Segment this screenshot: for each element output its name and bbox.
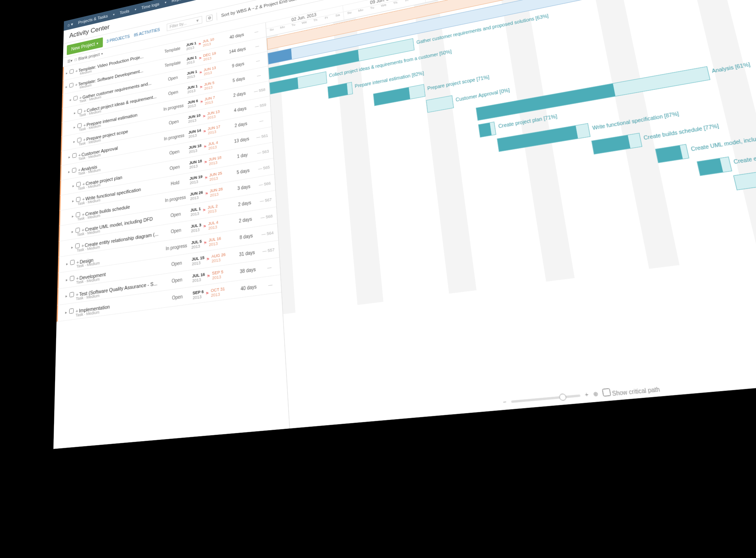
home-icon[interactable]: ⌂ ▾ (68, 22, 73, 28)
task-duration: 4 days (230, 105, 251, 114)
task-dates: JUL 152013⚑AUG 262013 (191, 251, 236, 266)
gantt-timeline[interactable]: 02 Jun. 2013SuMoTuWeThFrSa09 Jun. 2013Su… (266, 0, 756, 429)
flag-icon: ⚑ (205, 291, 209, 296)
task-dates: JUL 32013⚑JUL 42013 (191, 217, 234, 233)
expand-icon[interactable]: ▸ (73, 139, 77, 144)
task-checkbox[interactable] (70, 276, 75, 281)
flag-icon: ⚑ (203, 144, 207, 149)
add-icon[interactable]: + (75, 68, 79, 74)
task-checkbox[interactable] (70, 69, 74, 74)
task-dates: JUL 52013⚑JUL 162013 (191, 234, 235, 249)
task-checkbox[interactable] (70, 260, 75, 265)
task-status: Hold (161, 178, 190, 188)
task-duration: 2 days (229, 90, 250, 99)
task-status: Open (162, 259, 192, 269)
task-duration: 40 days (237, 284, 260, 292)
task-code: — (247, 28, 266, 36)
projects-count[interactable]: 3 PROJECTS (107, 34, 130, 43)
task-code: — (260, 281, 281, 289)
task-code: — 567 (255, 196, 276, 204)
task-status: Open (162, 276, 192, 285)
task-status: Template (158, 45, 186, 55)
gantt-bar[interactable]: Create entity relationship diagram (ERD)… (697, 156, 732, 176)
gantt-footer: − + ⊕ Show critical path (503, 384, 660, 407)
expand-icon[interactable]: ▸ (65, 293, 70, 298)
task-status: Open (162, 293, 193, 302)
gantt-label: Create builds schedule [77%] (643, 123, 719, 141)
expand-icon[interactable]: ▸ (72, 183, 76, 188)
task-status: Open (161, 210, 190, 220)
task-code: — (248, 57, 268, 65)
task-dates: SEP 62013⚑OCT 312013 (193, 284, 237, 300)
task-checkbox[interactable] (70, 292, 74, 297)
expand-icon[interactable]: ▸ (68, 169, 72, 174)
task-duration: 144 days (227, 46, 248, 55)
task-duration: 40 days (226, 32, 247, 41)
flag-icon: ⚑ (206, 257, 210, 262)
flag-icon: ⚑ (203, 129, 206, 134)
expand-icon[interactable]: ▸ (70, 97, 74, 102)
expand-icon[interactable]: ▸ (66, 70, 70, 75)
gantt-bar[interactable]: Prepare project scope [71%] (373, 84, 426, 106)
task-status: Open (160, 147, 189, 157)
flag-icon: ⚑ (204, 160, 207, 165)
task-checkbox[interactable] (72, 153, 76, 158)
zoom-slider[interactable] (511, 394, 580, 403)
task-code: — (252, 117, 271, 125)
expand-icon[interactable]: ▸ (66, 261, 70, 266)
flag-icon: ⚑ (200, 100, 203, 104)
task-status: In progress (161, 194, 190, 204)
task-duration: 38 days (236, 266, 259, 275)
fit-icon[interactable]: ⊕ (593, 391, 598, 397)
task-duration: 13 days (231, 136, 253, 144)
expand-icon[interactable]: ▸ (72, 213, 76, 218)
expand-icon[interactable]: ▸ (66, 84, 70, 89)
task-duration: 2 days (230, 120, 252, 129)
task-code: — (259, 264, 280, 272)
task-status: Open (159, 73, 187, 84)
task-checkbox[interactable] (72, 167, 76, 173)
expand-icon[interactable]: ▸ (65, 310, 69, 315)
flag-icon: ⚑ (199, 85, 203, 90)
filter-icon: ▼ (195, 18, 199, 23)
task-code: — 563 (253, 148, 273, 156)
expand-icon[interactable]: ▸ (69, 154, 72, 159)
task-duration: 2 days (234, 216, 256, 224)
critical-path-toggle[interactable]: Show critical path (602, 384, 660, 398)
gear-icon[interactable]: ⚙ (206, 14, 213, 22)
expand-icon[interactable]: ▸ (71, 245, 75, 250)
flag-icon: ⚑ (199, 70, 202, 75)
task-code: — 557 (258, 246, 279, 254)
task-code: — 558 (250, 86, 270, 94)
zoom-in-icon[interactable]: + (584, 391, 589, 398)
expand-icon[interactable]: ▸ (72, 198, 76, 203)
task-checkbox[interactable] (69, 308, 74, 314)
task-code: — 561 (252, 132, 272, 140)
task-status: Open (160, 117, 188, 127)
flag-icon: ⚑ (202, 114, 206, 119)
task-duration: 8 days (235, 232, 258, 241)
task-status: Template (159, 59, 187, 69)
activities-count[interactable]: 85 ACTIVITIES (134, 27, 160, 37)
task-status: In progress (160, 102, 188, 112)
task-code: — 566 (255, 180, 275, 188)
collapse-icon[interactable]: ☰▾ (67, 58, 72, 64)
task-code: — (249, 71, 268, 80)
expand-icon[interactable]: ▸ (66, 277, 70, 282)
task-checkbox[interactable] (74, 96, 78, 101)
zoom-out-icon[interactable]: − (503, 399, 507, 406)
expand-icon[interactable]: ▸ (71, 229, 75, 234)
task-dates: JUL 162013⚑SEP 52013 (192, 267, 237, 283)
gantt-bar[interactable]: Create UML model, including DFD [81%] (655, 144, 689, 163)
nav-tools[interactable]: Tools (120, 9, 129, 15)
gantt-bar[interactable]: Create project plan [71%] (478, 122, 497, 138)
task-status: Open (160, 163, 189, 173)
add-icon[interactable]: + (75, 82, 79, 87)
task-checkbox[interactable] (69, 83, 74, 88)
task-duration: 31 days (236, 249, 258, 258)
expand-icon[interactable]: ▸ (74, 110, 78, 115)
task-duration: 9 days (228, 60, 249, 69)
expand-icon[interactable]: ▸ (74, 124, 77, 129)
task-status: Open (161, 226, 191, 236)
task-duration: 5 days (232, 167, 254, 176)
